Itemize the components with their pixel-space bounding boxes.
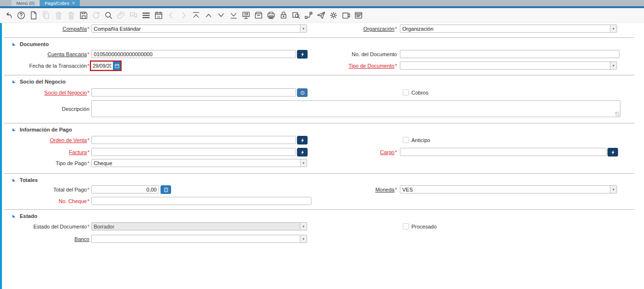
socio-negocio-label: Socio del Negocio: [3, 89, 89, 97]
requests-icon[interactable]: 31: [153, 11, 163, 21]
cargo-record-button[interactable]: [607, 148, 618, 157]
tipo-documento-value: [400, 62, 610, 69]
collapse-triangle-icon[interactable]: [12, 215, 15, 217]
estado-documento-select[interactable]: Borrador ▼: [91, 222, 307, 230]
product-info-icon[interactable]: [341, 11, 351, 21]
fecha-transaccion-highlight: [90, 60, 122, 71]
factura-label: Factura: [3, 148, 89, 157]
orden-venta-input[interactable]: [91, 136, 296, 144]
section-estado[interactable]: Estado: [4, 209, 634, 220]
tipo-pago-label: Tipo de Pago: [3, 159, 89, 168]
calculator-icon: [163, 187, 169, 193]
no-documento-label: No. del Documento: [293, 50, 397, 59]
save-icon[interactable]: [78, 11, 88, 21]
compania-select[interactable]: Compañía Estándar ▼: [91, 24, 307, 33]
collapse-triangle-icon[interactable]: [12, 80, 15, 83]
chevron-down-icon[interactable]: ▼: [300, 235, 307, 242]
tab-menu[interactable]: Menú (0): [12, 0, 40, 6]
chevron-down-icon[interactable]: ▼: [610, 25, 617, 32]
moneda-label: Moneda: [293, 186, 397, 194]
previous-record-icon[interactable]: [203, 11, 213, 21]
socio-negocio-search-button[interactable]: [297, 88, 308, 97]
banco-value: [92, 235, 300, 242]
collapse-triangle-icon[interactable]: [12, 43, 15, 46]
textarea-resize-handle[interactable]: [615, 112, 619, 116]
organizacion-select[interactable]: Organización ▼: [400, 24, 617, 33]
section-totales[interactable]: Totales: [4, 173, 634, 184]
no-cheque-input[interactable]: [91, 197, 311, 205]
find-icon[interactable]: [103, 11, 113, 21]
orden-venta-record-button[interactable]: [297, 136, 308, 144]
collapse-triangle-icon[interactable]: [12, 128, 15, 131]
requery-icon: [91, 11, 101, 21]
chevron-down-icon[interactable]: ▼: [610, 62, 617, 69]
delete-record-icon: [53, 11, 63, 21]
collapse-triangle-icon[interactable]: [12, 179, 15, 181]
total-pago-input[interactable]: [91, 185, 159, 193]
tab-pago-cobro-label: Pago/Cobro: [45, 0, 69, 6]
section-info-pago[interactable]: Información de Pago: [4, 123, 634, 133]
section-estado-title: Estado: [20, 213, 37, 219]
tipo-pago-select[interactable]: Cheque ▼: [91, 159, 307, 167]
lock-icon[interactable]: [278, 11, 288, 21]
form-area: Compañía Compañía Estándar ▼ Organizació…: [0, 23, 644, 289]
record-search-icon: [610, 150, 616, 155]
archive-icon[interactable]: [253, 11, 263, 21]
business-partner-icon: [300, 90, 305, 96]
zoom-across-icon[interactable]: [291, 11, 301, 21]
print-icon[interactable]: [266, 11, 276, 21]
chevron-down-icon[interactable]: ▼: [300, 159, 307, 167]
procesado-checkbox[interactable]: [403, 223, 409, 229]
tipo-pago-value: Cheque: [92, 159, 300, 167]
descripcion-textarea[interactable]: [91, 100, 620, 117]
chevron-down-icon[interactable]: ▼: [610, 186, 617, 193]
section-socio[interactable]: Socio del Negocio: [4, 75, 634, 85]
last-record-icon[interactable]: [228, 11, 238, 21]
organizacion-label: Organización: [293, 25, 397, 33]
record-search-icon: [300, 138, 305, 143]
attachment-icon: [116, 11, 126, 21]
next-record-icon[interactable]: [216, 11, 226, 21]
section-documento-title: Documento: [20, 41, 49, 47]
banco-select[interactable]: ▼: [91, 235, 307, 243]
detail-record-icon: [178, 11, 188, 21]
no-documento-input[interactable]: [400, 50, 619, 58]
total-pago-label: Total del Pago: [3, 186, 89, 194]
factura-input[interactable]: [91, 148, 296, 156]
toggle-grid-icon[interactable]: [141, 11, 151, 21]
left-accent-bar: [0, 23, 2, 289]
process-log-icon[interactable]: [353, 11, 363, 21]
tipo-documento-select[interactable]: ▼: [400, 61, 617, 70]
help-icon[interactable]: [16, 11, 26, 21]
tab-menu-label: Menú (0): [16, 0, 35, 6]
parent-record-icon: [166, 11, 176, 21]
organizacion-value: Organización: [400, 25, 610, 32]
tab-bar: Menú (0) Pago/Cobro ×: [0, 0, 644, 6]
banco-label: Banco: [3, 235, 89, 243]
descripcion-label: Descripción: [3, 105, 89, 113]
tab-pago-cobro[interactable]: Pago/Cobro ×: [40, 0, 80, 6]
moneda-select[interactable]: VES ▼: [400, 185, 617, 193]
chevron-down-icon[interactable]: ▼: [300, 223, 307, 230]
new-record-icon[interactable]: [28, 11, 38, 21]
total-pago-calculator-button[interactable]: [161, 185, 171, 194]
first-record-icon[interactable]: [191, 11, 201, 21]
fecha-transaccion-input[interactable]: [91, 61, 113, 70]
cuenta-bancaria-input[interactable]: [91, 50, 296, 58]
report-icon[interactable]: [241, 11, 251, 21]
section-info-pago-title: Información de Pago: [20, 127, 72, 132]
fecha-transaccion-calendar-button[interactable]: [113, 61, 121, 70]
fecha-transaccion-label: Fecha de la Transacción: [3, 62, 89, 70]
close-tab-icon[interactable]: ×: [72, 1, 75, 6]
send-mail-icon[interactable]: [316, 11, 326, 21]
socio-negocio-input[interactable]: [91, 88, 296, 96]
preferences-icon[interactable]: [328, 11, 338, 21]
cobros-label: Cobros: [411, 89, 428, 96]
section-totales-title: Totales: [20, 177, 38, 183]
anticipo-checkbox[interactable]: [403, 137, 409, 143]
undo-icon[interactable]: [3, 11, 13, 21]
workflow-icon[interactable]: [303, 11, 313, 21]
section-documento[interactable]: Documento: [4, 37, 634, 48]
cargo-input[interactable]: [400, 148, 607, 156]
cobros-checkbox[interactable]: [403, 89, 409, 96]
